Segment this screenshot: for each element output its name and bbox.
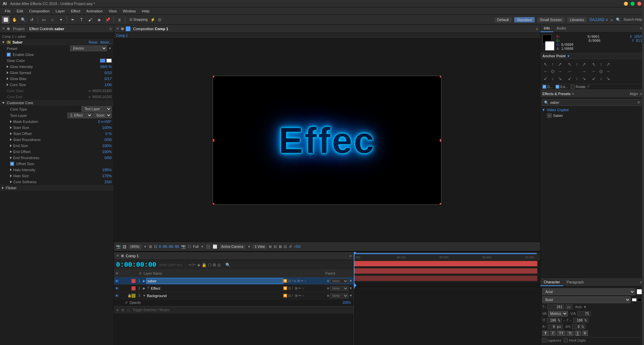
start-offset-expand[interactable] [10, 132, 12, 135]
layer3-shy[interactable]: 🔽 [283, 294, 287, 297]
comp-tools-2[interactable]: ⊟ [274, 245, 277, 249]
timeline-timecode[interactable]: 0:00:00:00 [116, 261, 156, 269]
layer1-color[interactable] [131, 279, 136, 283]
close-button[interactable] [637, 2, 641, 6]
handle-tr[interactable] [440, 76, 441, 77]
anchor-t-arrow[interactable]: ↑ [549, 61, 556, 68]
nudge-t[interactable]: ↑ [574, 61, 580, 68]
rotate-checkbox[interactable] [571, 85, 575, 89]
playhead[interactable] [354, 252, 355, 260]
layer1-blend[interactable]: ⊞ [297, 279, 300, 283]
flicker-expand[interactable] [2, 187, 4, 189]
nudge-l[interactable]: ← [567, 68, 573, 75]
glow-spread-expand[interactable] [7, 71, 8, 74]
halo-size-expand[interactable] [10, 175, 12, 177]
reset-exposure[interactable]: ↺ [289, 245, 292, 249]
start-offset-value[interactable]: 0 % [105, 132, 112, 136]
glow-color-swatch[interactable] [100, 59, 105, 63]
strikethrough-button[interactable]: T [582, 331, 588, 336]
breadcrumb-comp1[interactable]: Comp 1 [116, 34, 128, 38]
layer1-vis[interactable]: 👁 [114, 279, 119, 283]
layer1-name-input[interactable] [146, 278, 283, 284]
layer2-parent-icon[interactable]: ⊕ [327, 286, 329, 290]
saber-collapse[interactable] [2, 42, 5, 43]
anchor-sel-c[interactable]: ⊙ [598, 68, 604, 75]
end-offset-expand[interactable] [10, 150, 12, 153]
nudge-r[interactable]: → [581, 68, 587, 75]
ligatures-checkbox[interactable] [542, 338, 546, 342]
audio-tab[interactable]: Audio [553, 25, 569, 32]
tsumi-input[interactable] [572, 324, 585, 329]
track-block-1[interactable] [354, 261, 537, 266]
layer3-color[interactable] [131, 294, 136, 298]
anchor-tr-arrow[interactable]: ↗ [556, 61, 563, 68]
ep-search-input[interactable] [550, 100, 637, 105]
layer2-3d[interactable]: ○ [302, 286, 304, 290]
start-size-value[interactable]: 100% [102, 126, 112, 130]
preset-dropdown-arrow[interactable]: ▼ [108, 47, 112, 50]
font-size-input[interactable] [547, 304, 564, 309]
layer2-parent-arrow[interactable]: ▼ [349, 286, 353, 290]
core-end-value[interactable]: 960/0,162/0 [92, 95, 112, 99]
anchor-br-arrow[interactable]: ↘ [556, 75, 563, 82]
end-roundness-expand[interactable] [10, 156, 12, 159]
comp-tools-1[interactable]: ⊞ [269, 245, 272, 249]
d-checkbox[interactable]: ✓ [542, 85, 546, 89]
end-size-value[interactable]: 100% [102, 144, 112, 148]
motion-blur[interactable]: ◎ [217, 263, 221, 267]
layer3-3d[interactable]: ○ [302, 294, 304, 297]
layer2-vis[interactable]: 👁 [114, 286, 119, 290]
region-interest[interactable]: ⬡ [188, 245, 191, 249]
anchor-c-arrow[interactable]: ⊙ [549, 68, 556, 75]
solo-preview[interactable]: ⬡ [208, 263, 211, 267]
anchor-r-arrow[interactable]: → [556, 68, 563, 75]
view-selector[interactable]: Active Camera [219, 245, 246, 249]
workspace-default[interactable]: Default [494, 17, 512, 22]
glow-intensity-value[interactable]: 58/0 % [100, 65, 112, 69]
glow-intensity-expand[interactable] [7, 65, 8, 68]
saber-effect-item[interactable]: fx Saber [540, 113, 644, 119]
rotate-help[interactable]: ? [587, 85, 589, 89]
layer-row-3[interactable]: 👁 🔒 3 ▼ Background 🔽 ⊡ / ⊞ ✏ [114, 292, 354, 299]
workspace-small-screen[interactable]: Small Screen [537, 17, 565, 22]
layer3-paint[interactable]: ✏ [299, 294, 301, 297]
quality-dropdown[interactable]: ▼ [201, 245, 204, 249]
enable-glow-checkbox[interactable]: ✓ [7, 53, 11, 57]
height-input[interactable] [547, 318, 562, 323]
workspace-standard[interactable]: Standard [514, 17, 535, 22]
nudge-tr[interactable]: ↗ [581, 61, 587, 68]
pen-tool[interactable]: ✒ [69, 16, 76, 23]
offset-size-checkbox[interactable]: ✓ [10, 162, 14, 166]
core-start-value[interactable]: 960/0,918/0 [92, 89, 112, 93]
zoom-to-fit[interactable]: ⊡ [154, 245, 157, 249]
brush-tool[interactable]: 🖌 [87, 16, 94, 23]
tracking-input[interactable] [577, 311, 591, 316]
halo-intensity-expand[interactable] [10, 168, 12, 171]
video-copilot-category[interactable]: ▼ Video Copilot [540, 107, 644, 113]
workspace-menu[interactable]: SAJJAD ≡ [589, 17, 608, 22]
anchor-sel-br[interactable]: ↘ [605, 75, 611, 82]
layer3-parent-select[interactable]: None [330, 293, 348, 298]
start-size-expand[interactable] [10, 126, 12, 129]
menu-window[interactable]: Window [120, 8, 139, 14]
menu-effect[interactable]: Effect [68, 8, 83, 14]
workspace-libraries[interactable]: Libraries [567, 17, 587, 22]
leading-dropdown[interactable]: ▼ [583, 305, 587, 309]
layer1-parent-icon[interactable]: ⊕ [327, 279, 329, 283]
anchor-sel-tr[interactable]: ↗ [605, 61, 611, 68]
layer2-shy[interactable]: 🔽 [283, 286, 287, 290]
core-size-value[interactable]: 1/00 [105, 83, 112, 87]
layer3-quality[interactable]: / [292, 294, 293, 297]
core-softness-expand[interactable] [10, 181, 12, 183]
layer2-paint[interactable]: ✏ [299, 286, 301, 290]
quality-selector[interactable]: Full [193, 245, 199, 249]
glow-bias-expand[interactable] [7, 77, 8, 80]
layer3-blend[interactable]: ⊞ [295, 294, 298, 297]
track-block-2[interactable] [354, 268, 537, 274]
ep-clear-search[interactable]: ✕ [637, 100, 640, 105]
layer2-quality[interactable]: / [292, 286, 293, 290]
layer3-name[interactable]: Background [146, 294, 283, 298]
comp-panel-menu[interactable]: ≡ [536, 27, 538, 31]
layer2-collapse[interactable]: ⊡ [288, 286, 291, 290]
clone-tool[interactable]: ◈ [95, 16, 103, 23]
